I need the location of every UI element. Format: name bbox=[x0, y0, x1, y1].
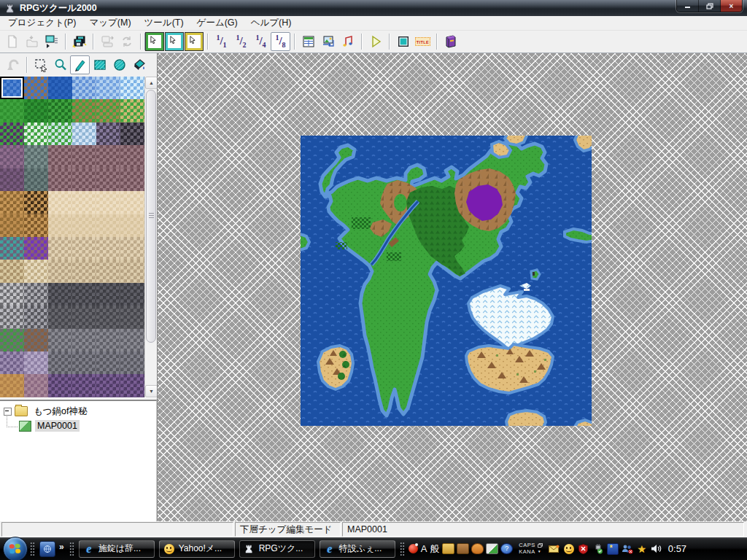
palette-tile-r9c6[interactable] bbox=[120, 260, 144, 282]
palette-tile-r6c6[interactable] bbox=[120, 191, 144, 214]
palette-tile-r9c5[interactable] bbox=[96, 260, 120, 282]
palette-tile-r3c6[interactable] bbox=[120, 122, 144, 145]
palette-tile-r6c1[interactable] bbox=[0, 191, 24, 214]
zoom-1-4-button[interactable]: 1/4 bbox=[251, 32, 271, 51]
palette-tile-r14c1[interactable] bbox=[0, 374, 24, 397]
palette-tile-r10c2[interactable] bbox=[24, 283, 48, 306]
palette-tile-r13c1[interactable] bbox=[0, 351, 24, 374]
toolbox-icon[interactable] bbox=[457, 543, 469, 554]
pencil-check-icon[interactable]: ✓ bbox=[486, 543, 498, 554]
palette-tile-r11c3[interactable] bbox=[48, 306, 72, 328]
zoom-1-1-button[interactable]: 1/1 bbox=[212, 32, 231, 51]
kana-label[interactable]: KANA bbox=[519, 549, 535, 556]
menu-item[interactable]: プロジェクト(P) bbox=[1, 15, 82, 31]
palette-tile-r2c2[interactable] bbox=[24, 99, 48, 122]
palette-tile-r14c6[interactable] bbox=[120, 374, 144, 397]
palette-tile-r10c3[interactable] bbox=[48, 283, 72, 306]
fullscreen-toggle-button[interactable] bbox=[393, 32, 413, 51]
palette-tile-r12c2[interactable] bbox=[24, 329, 48, 351]
scroll-up-arrow-icon[interactable]: ▲ bbox=[145, 77, 158, 89]
msn-service-icon[interactable]: * bbox=[607, 543, 619, 555]
taskbar-grip[interactable] bbox=[400, 542, 405, 556]
tree-item[interactable]: もつ鍋of神秘 bbox=[0, 404, 156, 419]
palette-tile-r1c4[interactable] bbox=[72, 77, 96, 99]
palette-tile-r2c6[interactable] bbox=[120, 99, 144, 122]
zoom-1-8-button[interactable]: 1/8 bbox=[271, 32, 290, 51]
zoom-1-2-button[interactable]: 1/2 bbox=[231, 32, 251, 51]
event-layer-mode-button[interactable] bbox=[184, 32, 204, 51]
palette-tile-r12c5[interactable] bbox=[96, 329, 120, 351]
palette-tile-r14c5[interactable] bbox=[96, 374, 120, 397]
map-canvas[interactable] bbox=[301, 136, 592, 426]
palette-tile-r7c1[interactable] bbox=[0, 214, 24, 237]
help-button[interactable] bbox=[441, 32, 460, 51]
save-all-button[interactable] bbox=[69, 32, 89, 51]
palette-scrollbar-thumb[interactable] bbox=[146, 90, 156, 343]
taskbar-button[interactable]: e特設ふぇ... bbox=[320, 540, 395, 558]
scroll-down-arrow-icon[interactable]: ▼ bbox=[145, 385, 158, 397]
palette-tile-r6c3[interactable] bbox=[48, 191, 72, 214]
palette-tile-r8c4[interactable] bbox=[72, 237, 96, 260]
rectangle-tool-button[interactable] bbox=[90, 55, 109, 74]
palette-tile-r9c2[interactable] bbox=[24, 260, 48, 282]
palette-tile-r14c3[interactable] bbox=[48, 374, 72, 397]
palette-tile-r2c4[interactable] bbox=[72, 99, 96, 122]
map-editor-workspace[interactable] bbox=[157, 53, 747, 521]
palette-tile-r3c1[interactable] bbox=[0, 122, 24, 145]
palette-tile-r10c4[interactable] bbox=[72, 283, 96, 306]
palette-tile-r10c1[interactable] bbox=[0, 283, 24, 306]
taskbar-grip[interactable] bbox=[30, 542, 35, 556]
palette-tile-r13c5[interactable] bbox=[96, 351, 120, 374]
palette-tile-r13c4[interactable] bbox=[72, 351, 96, 374]
palette-tile-r4c3[interactable] bbox=[48, 145, 72, 168]
palette-tile-r13c2[interactable] bbox=[24, 351, 48, 374]
palette-tile-r13c6[interactable] bbox=[120, 351, 144, 374]
palette-tile-r5c1[interactable] bbox=[0, 168, 24, 191]
palette-tile-r8c1[interactable] bbox=[0, 237, 24, 260]
restore-window-icon[interactable] bbox=[538, 543, 543, 548]
palette-tile-r1c2[interactable] bbox=[24, 77, 48, 99]
menu-item[interactable]: マップ(M) bbox=[82, 15, 137, 31]
fill-tool-button[interactable] bbox=[129, 55, 149, 74]
test-play-button[interactable] bbox=[365, 32, 385, 51]
palette-tile-r3c5[interactable] bbox=[96, 122, 120, 145]
palette-tile-r4c6[interactable] bbox=[120, 145, 144, 168]
zoom-tool-button[interactable] bbox=[50, 55, 70, 74]
chevron-down-icon[interactable]: ▼ bbox=[538, 550, 541, 554]
palette-tile-r12c6[interactable] bbox=[120, 329, 144, 351]
palette-tile-r8c6[interactable] bbox=[120, 237, 144, 260]
palette-tile-r12c1[interactable] bbox=[0, 329, 24, 351]
lower-layer-mode-button[interactable] bbox=[144, 32, 164, 51]
restore-button[interactable] bbox=[699, 0, 721, 12]
revert-map-button[interactable] bbox=[117, 32, 136, 51]
palette-tile-r10c5[interactable] bbox=[96, 283, 120, 306]
palette-tile-r5c2[interactable] bbox=[24, 168, 48, 191]
security-shield-icon[interactable] bbox=[578, 543, 589, 555]
palette-tile-r11c4[interactable] bbox=[72, 306, 96, 328]
palette-tile-r2c1[interactable] bbox=[0, 99, 24, 122]
volume-icon[interactable] bbox=[651, 543, 662, 555]
people-offline-icon[interactable] bbox=[622, 543, 633, 555]
tree-expander-minus-icon[interactable] bbox=[4, 408, 12, 416]
palette-tile-r5c6[interactable] bbox=[120, 168, 144, 191]
palette-tile-r1c3[interactable] bbox=[48, 77, 72, 99]
palette-tile-r12c3[interactable] bbox=[48, 329, 72, 351]
taskbar-button[interactable]: RPGツク... bbox=[239, 540, 315, 558]
new-mail-icon[interactable] bbox=[549, 543, 560, 555]
palette-tile-r4c2[interactable] bbox=[24, 145, 48, 168]
messenger-smiley-icon[interactable] bbox=[563, 543, 575, 555]
palette-tile-r9c1[interactable] bbox=[0, 260, 24, 282]
pen-tool-button[interactable] bbox=[70, 55, 90, 74]
tile-grid[interactable] bbox=[0, 77, 144, 397]
palette-tile-r13c3[interactable] bbox=[48, 351, 72, 374]
taskbar-button[interactable]: Yahoo!メ... bbox=[159, 540, 235, 558]
palette-tile-r11c2[interactable] bbox=[24, 306, 48, 328]
ime-ball-icon[interactable] bbox=[409, 544, 418, 553]
help-circle-icon[interactable]: ? bbox=[500, 543, 513, 554]
palette-tile-r1c5[interactable] bbox=[96, 77, 120, 99]
palette-tile-r14c2[interactable] bbox=[24, 374, 48, 397]
palette-case-icon[interactable] bbox=[471, 543, 484, 554]
tree-item[interactable]: MAP0001 bbox=[0, 419, 156, 433]
palette-tile-r8c3[interactable] bbox=[48, 237, 72, 260]
ellipse-tool-button[interactable] bbox=[109, 55, 129, 74]
